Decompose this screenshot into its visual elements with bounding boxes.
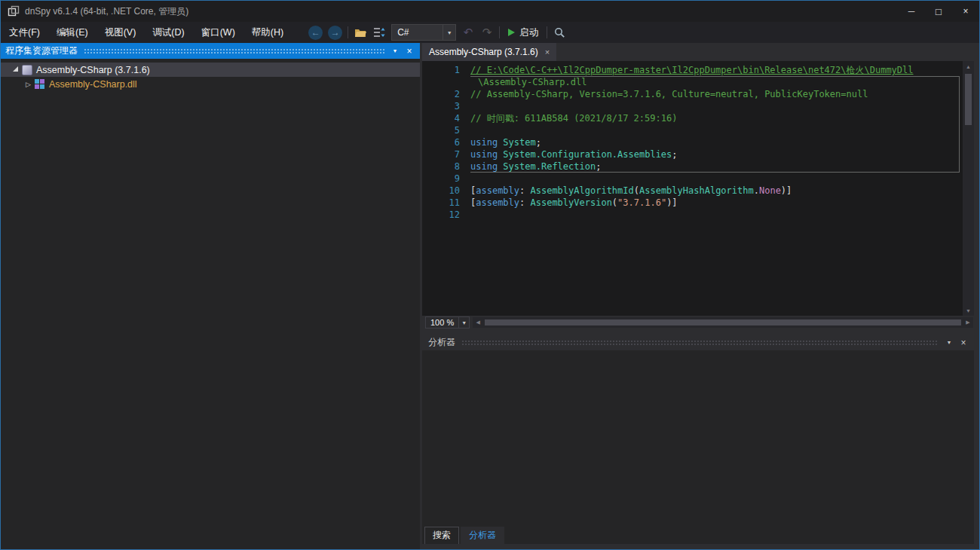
code-line[interactable]: [assembly: AssemblyVersion("3.7.1.6")] [470, 197, 963, 209]
zoom-control[interactable]: 100 % ▼ [425, 316, 470, 328]
search-icon [554, 27, 565, 38]
sort-assemblies-icon [373, 26, 385, 38]
start-debugging-button[interactable]: 启动 [505, 26, 541, 39]
scroll-up-icon[interactable]: ▲ [963, 61, 974, 72]
line-number: 8 [422, 160, 470, 173]
code-token: // 时间戳: 611AB584 (2021/8/17 2:59:16) [470, 113, 677, 124]
code-line[interactable]: // 时间戳: 611AB584 (2021/8/17 2:59:16) [470, 112, 963, 124]
line-number: 9 [422, 173, 470, 185]
code-token: System.Reflection [503, 161, 596, 172]
assembly-explorer-header[interactable]: 程序集资源管理器 ▼ × [1, 43, 420, 59]
analyzer-menu-button[interactable]: ▼ [943, 337, 955, 349]
menu-item-3[interactable]: 视图(V) [96, 22, 145, 43]
editor-bottom-bar: 100 % ▼ ◀ ▶ [422, 316, 974, 329]
undo-icon: ↶ [464, 26, 473, 39]
document-tab[interactable]: Assembly-CSharp (3.7.1.6) × [422, 43, 556, 61]
code-token: AssemblyVersion [530, 197, 611, 208]
chevron-down-icon[interactable]: ▼ [443, 25, 455, 40]
dnspy-window: dnSpy v6.1.4 (64-bit, .NET Core, 管理员) ─ … [0, 0, 980, 550]
document-tab-label: Assembly-CSharp (3.7.1.6) [429, 47, 538, 57]
panel-menu-button[interactable]: ▼ [389, 45, 401, 57]
menu-item-6[interactable]: 帮助(H) [243, 22, 292, 43]
code-token: using [470, 161, 503, 172]
scroll-down-icon[interactable]: ▼ [963, 305, 974, 316]
code-token: using [470, 149, 503, 160]
line-number: 4 [422, 112, 470, 124]
toolbar-separator [499, 26, 500, 38]
open-file-button[interactable] [354, 26, 367, 39]
code-editor[interactable]: 123456789101112 // E:\Code\C-C++\Il2CppD… [422, 61, 974, 316]
expander-collapsed-icon[interactable]: ▷ [26, 81, 31, 88]
horizontal-scrollbar-thumb[interactable] [485, 319, 961, 325]
menu-item-2[interactable]: 编辑(E) [48, 22, 96, 43]
undo-button[interactable]: ↶ [461, 26, 475, 39]
code-token: AssemblyAlgorithmId [530, 185, 633, 196]
bottom-strip [422, 544, 974, 549]
code-line[interactable]: using System.Configuration.Assemblies; [470, 148, 963, 160]
code-token: : [519, 197, 530, 208]
tab-close-icon[interactable]: × [545, 47, 550, 57]
code-line[interactable]: [assembly: AssemblyAlgorithmId(AssemblyH… [470, 185, 963, 197]
menu-item-5[interactable]: 窗口(W) [193, 22, 243, 43]
panel-drag-grip[interactable] [84, 47, 384, 54]
open-folder-icon [354, 27, 367, 38]
panel-drag-grip[interactable] [461, 339, 939, 346]
code-line[interactable]: using System; [470, 136, 963, 148]
expander-expanded-icon[interactable] [13, 66, 18, 72]
bottom-tab-1[interactable]: 搜索 [424, 527, 459, 545]
maximize-button[interactable]: □ [925, 1, 952, 22]
code-line[interactable] [470, 209, 963, 221]
menu-item-1[interactable]: 文件(F) [1, 22, 48, 43]
code-token: ; [536, 137, 541, 148]
language-selector-value: C# [392, 27, 443, 38]
navigate-back-button[interactable]: ← [308, 26, 323, 40]
tree-row-2[interactable]: ▷Assembly-CSharp.dll [1, 77, 420, 91]
editor-vertical-scrollbar[interactable]: ▲ ▼ [963, 61, 974, 316]
dnspy-app-icon [8, 5, 20, 17]
line-number: 5 [422, 124, 470, 136]
minimize-button[interactable]: ─ [898, 1, 925, 22]
tree-row-1[interactable]: Assembly-CSharp (3.7.1.6) [1, 63, 420, 77]
code-content[interactable]: // E:\Code\C-C++\Il2CppDumper-master\Il2… [470, 61, 963, 316]
code-token: )] [666, 197, 677, 208]
code-token: assembly [476, 197, 519, 208]
assembly-explorer-title: 程序集资源管理器 [1, 44, 84, 57]
assembly-explorer-panel: 程序集资源管理器 ▼ × Assembly-CSharp (3.7.1.6)▷A… [1, 43, 420, 549]
code-line[interactable] [470, 124, 963, 136]
line-number: 3 [422, 100, 470, 112]
document-tabstrip: Assembly-CSharp (3.7.1.6) × [422, 43, 974, 61]
editor-horizontal-scrollbar[interactable]: ◀ ▶ [473, 317, 973, 328]
code-line[interactable]: using System.Reflection; [470, 160, 963, 173]
scroll-left-icon[interactable]: ◀ [473, 317, 483, 328]
navigate-forward-button[interactable]: → [328, 26, 342, 40]
redo-icon: ↷ [482, 26, 492, 39]
code-line[interactable]: // E:\Code\C-C++\Il2CppDumper-master\Il2… [470, 64, 963, 76]
menu-toolbar-row: 文件(F)编辑(E)视图(V)调试(D)窗口(W)帮助(H) ← → [1, 22, 979, 43]
module-icon [35, 79, 45, 90]
sort-assemblies-button[interactable] [372, 26, 386, 39]
analyzer-close-button[interactable]: × [957, 337, 969, 349]
code-token: // Assembly-CSharp, Version=3.7.1.6, Cul… [470, 89, 868, 99]
code-line[interactable] [470, 100, 963, 112]
zoom-dropdown-icon[interactable]: ▼ [458, 317, 469, 328]
assembly-icon [22, 65, 32, 75]
zoom-level: 100 % [426, 318, 458, 327]
panel-close-button[interactable]: × [403, 45, 415, 57]
horizontal-splitter[interactable] [422, 329, 974, 335]
menu-item-4[interactable]: 调试(D) [144, 22, 192, 43]
language-selector[interactable]: C# ▼ [391, 24, 456, 41]
code-token: "3.7.1.6" [617, 197, 666, 208]
analyzer-header[interactable]: 分析器 ▼ × [422, 335, 974, 350]
close-button[interactable]: × [952, 1, 979, 22]
code-line[interactable] [470, 173, 963, 185]
code-line[interactable]: // Assembly-CSharp, Version=3.7.1.6, Cul… [470, 88, 963, 100]
bottom-tab-2[interactable]: 分析器 [461, 527, 504, 545]
scroll-right-icon[interactable]: ▶ [963, 317, 973, 328]
code-token: System.Configuration.Assemblies [503, 149, 672, 160]
code-line[interactable]: \Assembly-CSharp.dll [470, 76, 963, 88]
vertical-scrollbar-thumb[interactable] [965, 74, 972, 125]
start-label: 启动 [519, 26, 538, 39]
search-assemblies-button[interactable] [553, 26, 566, 39]
redo-button[interactable]: ↷ [480, 26, 494, 39]
code-token: assembly [476, 185, 519, 196]
